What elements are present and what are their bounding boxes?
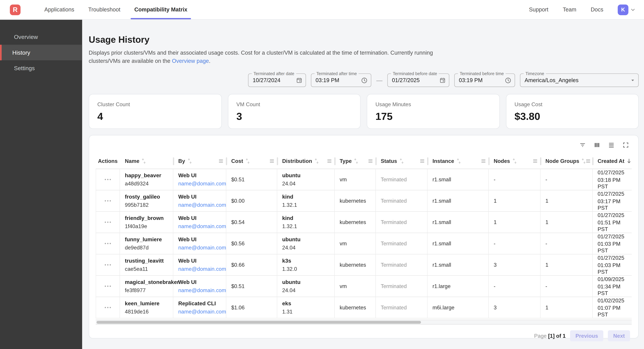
created-by-email-link[interactable]: name@domain.com [178,309,226,315]
column-menu-icon[interactable] [481,160,486,162]
fullscreen-icon[interactable] [622,141,629,148]
calendar-icon[interactable] [296,77,302,83]
created-by-email-link[interactable]: name@domain.com [178,202,226,208]
density-icon[interactable] [608,141,615,148]
column-menu-icon[interactable] [586,160,590,162]
column-header-created-at[interactable]: Created At [593,153,632,169]
nav-docs[interactable]: Docs [591,6,603,13]
previous-button[interactable]: Previous [570,330,603,341]
nav-support[interactable]: Support [529,6,548,13]
calendar-icon[interactable] [440,77,446,83]
description-line1: Displays prior clusters/VMs and their as… [89,50,433,56]
stat-value: 4 [98,110,213,122]
row-actions-button[interactable] [104,307,111,308]
terminated-after-date-label: Terminated after date [252,71,296,76]
column-header-status[interactable]: Status [376,153,428,169]
created-by-email-link[interactable]: name@domain.com [178,223,226,229]
column-header-cost[interactable]: Cost [226,153,277,169]
column-menu-icon[interactable] [219,160,223,162]
column-header-by[interactable]: By [173,153,226,169]
terminated-before-time-input[interactable]: Terminated before time 03:19 PM [454,73,515,87]
scrollbar-thumb[interactable] [96,321,421,324]
cell-type: kubernetes [335,254,376,275]
distribution-name: kind [282,215,334,221]
column-header-node-groups[interactable]: Node Groups [540,153,592,169]
overview-page-link[interactable]: Overview page [172,58,209,64]
sort-icon[interactable] [399,158,404,164]
tab-troubleshoot[interactable]: Troubleshoot [88,0,120,19]
created-by-email-link[interactable]: name@domain.com [178,266,226,272]
column-menu-icon[interactable] [368,160,372,162]
stat-usage-cost: Usage Cost $3.80 [506,94,639,129]
sort-icon[interactable] [456,158,461,164]
sort-icon[interactable] [512,158,517,164]
sort-icon[interactable] [142,158,146,164]
cell-type: kubernetes [335,297,376,318]
type-value: vm [340,240,375,247]
created-by-email-link[interactable]: name@domain.com [178,180,226,187]
sort-icon[interactable] [354,158,359,164]
nodes-value: 3 [494,262,540,268]
table-row: funny_lumierede9ed87dWeb UIname@domain.c… [96,233,632,254]
tab-compatibility-matrix[interactable]: Compatibility Matrix [134,0,187,19]
stat-cards: Cluster Count 4 VM Count 3 Usage Minutes… [89,94,639,129]
terminated-after-date-input[interactable]: Terminated after date 10/27/2024 [248,73,306,87]
terminated-after-time-input[interactable]: Terminated after time 03:19 PM [311,73,372,87]
filter-icon[interactable] [579,141,586,148]
created-by-email-link[interactable]: name@domain.com [178,287,226,293]
sort-icon[interactable] [314,158,319,164]
clock-icon[interactable] [505,77,511,83]
main-content: Usage History Displays prior clusters/VM… [82,20,644,349]
column-header-name[interactable]: Name [120,153,173,169]
cell-instance: r1.small [428,254,489,275]
sidebar-item-settings[interactable]: Settings [0,60,82,76]
created-date: 01/27/2025 [598,212,632,218]
page-title: Usage History [89,34,639,45]
next-button[interactable]: Next [608,330,630,341]
sort-desc-icon[interactable] [626,158,632,164]
column-header-distribution[interactable]: Distribution [277,153,335,169]
node-groups-value: 1 [546,305,592,311]
filter-bar: Terminated after date 10/27/2024 Termina… [89,73,639,87]
column-menu-icon[interactable] [270,160,274,162]
column-label: Instance [432,158,454,164]
column-menu-icon[interactable] [420,160,424,162]
sort-icon[interactable] [187,158,192,164]
row-actions-button[interactable] [104,243,111,244]
row-actions-button[interactable] [104,179,111,180]
cell-distribution: kind1.32.1 [277,190,335,211]
cell-node-groups: 1 [540,190,592,211]
clock-icon[interactable] [361,77,368,83]
sidebar-item-overview[interactable]: Overview [0,29,82,45]
cell-cost: $0.66 [226,254,277,275]
node-groups-value: 1 [546,262,592,268]
node-groups-value: - [546,283,592,289]
terminated-after-date-value: 10/27/2024 [253,77,280,83]
cell-status: Terminated [376,190,428,211]
sort-icon[interactable] [245,158,250,164]
sidebar-item-history[interactable]: History [0,45,82,60]
tab-applications[interactable]: Applications [44,0,74,19]
created-by-email-link[interactable]: name@domain.com [178,245,226,251]
column-menu-icon[interactable] [533,160,537,162]
column-header-nodes[interactable]: Nodes [489,153,540,169]
nav-team[interactable]: Team [563,6,576,13]
account-menu[interactable]: K [618,4,636,15]
sort-icon[interactable] [581,158,586,164]
row-actions-button[interactable] [104,200,111,201]
replicated-logo[interactable]: R [10,4,20,15]
cell-by: Web UIname@domain.com [173,233,226,254]
column-menu-icon[interactable] [327,160,332,162]
row-actions-button[interactable] [104,221,111,223]
column-header-type[interactable]: Type [335,153,376,169]
column-header-instance[interactable]: Instance [428,153,489,169]
cell-type: kubernetes [335,212,376,233]
row-actions-button[interactable] [104,264,111,266]
timezone-select[interactable]: Timezone America/Los_Angeles [520,73,639,87]
terminated-before-date-input[interactable]: Terminated before date 01/27/2025 [388,73,450,87]
cell-distribution: eks1.31 [277,297,335,318]
columns-icon[interactable] [594,141,600,148]
cell-by: Web UIname@domain.com [173,169,226,190]
column-label: Actions [98,158,118,164]
row-actions-button[interactable] [104,286,111,287]
